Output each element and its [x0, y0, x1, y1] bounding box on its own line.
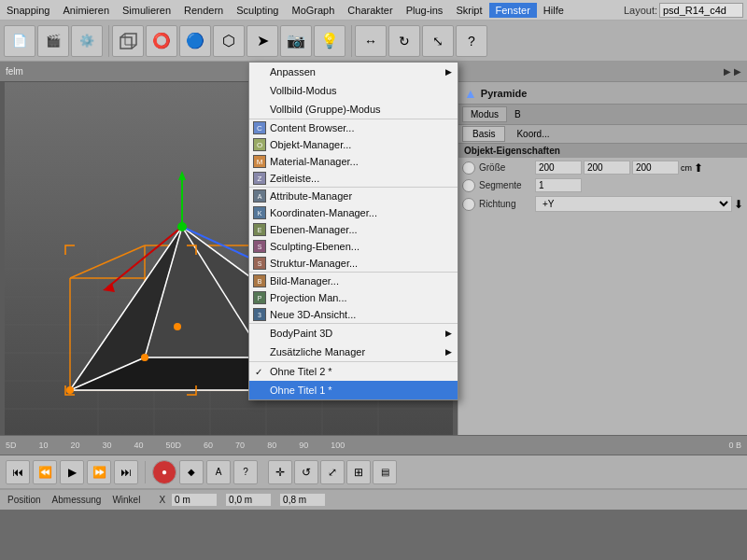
prop-size-z[interactable] — [632, 161, 679, 175]
menu-item-projection[interactable]: P Projection Man... — [249, 289, 458, 306]
tab-b[interactable]: B — [507, 107, 529, 121]
transport-btn-extra[interactable]: ▤ — [373, 460, 397, 484]
anpassen-label: Anpassen — [270, 66, 316, 77]
transport-btn-start[interactable]: ⏮ — [6, 460, 30, 484]
toolbar-btn-light[interactable]: 💡 — [314, 25, 345, 57]
panel-more-text: ▶ ▶ — [724, 66, 741, 77]
prop-seg-value[interactable] — [535, 178, 582, 192]
toolbar-btn-rotate[interactable]: ↻ — [388, 25, 420, 57]
sm-icon: S — [253, 257, 266, 270]
svg-point-40 — [66, 386, 74, 394]
prop-size-label: Größe — [479, 162, 535, 173]
transport-btn-rot2[interactable]: ↺ — [294, 460, 318, 484]
toolbar-btn-camera[interactable]: 📷 — [280, 25, 312, 57]
transport-btn-autokey[interactable]: A — [206, 460, 231, 484]
prop-dir-select[interactable]: +Y -Y +X -X +Z -Z — [535, 196, 732, 212]
position-label: Position — [7, 495, 41, 505]
viewport-label: felm — [6, 66, 23, 77]
toolbar-btn-torus[interactable]: ⭕ — [146, 25, 177, 57]
toolbar-btn-cube[interactable] — [112, 25, 144, 57]
tab-modus[interactable]: Modus — [462, 106, 507, 122]
mm-icon: M — [253, 155, 266, 168]
timeline-tick-50: 50D — [166, 441, 182, 450]
anpassen-arrow: ▶ — [445, 67, 452, 77]
zl-label: Zeitleiste... — [270, 173, 319, 184]
timeline-tick-20: 20 — [71, 441, 80, 450]
transport-bar: ⏮ ⏪ ▶ ⏩ ⏭ ● ◆ A ? ✛ ↺ ⤢ ⊞ ▤ — [0, 455, 747, 489]
menu-section-1: Anpassen ▶ Vollbild-Modus Vollbild (Grup… — [249, 63, 458, 119]
zl-icon: Z — [253, 172, 266, 185]
layout-label: Layout: — [624, 5, 659, 16]
prop-size-x[interactable] — [535, 161, 582, 175]
y-input[interactable] — [225, 493, 272, 507]
menu-item-zusatzliche[interactable]: Zusätzliche Manager ▶ — [249, 343, 458, 361]
toolbar-btn-shape[interactable]: ⬡ — [213, 25, 245, 57]
menu-item-neue3d[interactable]: 3 Neue 3D-Ansicht... — [249, 306, 458, 323]
transport-btn-play[interactable]: ▶ — [60, 460, 84, 484]
menu-item-sculpting-ebenen[interactable]: S Sculpting-Ebenen... — [249, 238, 458, 255]
transport-btn-record[interactable]: ● — [152, 460, 176, 484]
transport-btn-prev[interactable]: ⏪ — [33, 460, 57, 484]
pyramid-icon: ▲ — [464, 86, 477, 101]
vollbild-gruppe-label: Vollbild (Gruppe)-Modus — [270, 104, 381, 115]
prop-size-row: Größe cm ⬆ — [462, 161, 743, 175]
transport-btn-end[interactable]: ⏭ — [114, 460, 138, 484]
prop-size-stepper[interactable]: ⬆ — [694, 161, 703, 175]
ohne-titel-1-label: Ohne Titel 1 * — [270, 385, 332, 396]
toolbar-btn-settings[interactable]: ⚙️ — [71, 25, 103, 57]
layout-input[interactable] — [659, 3, 743, 18]
menu-item-ebenen[interactable]: E Ebenen-Manager... — [249, 221, 458, 238]
menu-item-objekt-manager[interactable]: O Objekt-Manager... — [249, 136, 458, 153]
transport-btn-help[interactable]: ? — [233, 460, 258, 484]
subtab-koord[interactable]: Koord... — [507, 127, 558, 141]
menu-rendern[interactable]: Rendern — [177, 3, 230, 18]
menu-item-vollbild[interactable]: Vollbild-Modus — [249, 81, 458, 100]
winkel-label: Winkel — [112, 495, 140, 505]
menu-mograph[interactable]: MoGraph — [285, 3, 341, 18]
menu-hilfe[interactable]: Hilfe — [537, 3, 571, 18]
z-input[interactable] — [279, 493, 326, 507]
menu-item-zeitleiste[interactable]: Z Zeitleiste... — [249, 170, 458, 187]
menu-charakter[interactable]: Charakter — [341, 3, 399, 18]
menu-item-ohne-titel-2[interactable]: ✓ Ohne Titel 2 * — [249, 362, 458, 381]
menu-item-anpassen[interactable]: Anpassen ▶ — [249, 63, 458, 81]
menu-item-ohne-titel-1[interactable]: Ohne Titel 1 * — [249, 381, 458, 399]
transport-btn-next[interactable]: ⏩ — [87, 460, 111, 484]
menu-item-content-browser[interactable]: C Content Browser... — [249, 119, 458, 136]
menu-sculpting[interactable]: Sculpting — [230, 3, 285, 18]
menu-fenster[interactable]: Fenster — [489, 3, 537, 18]
menu-plugins[interactable]: Plug-ins — [400, 3, 450, 18]
toolbar-btn-new[interactable]: 📄 — [4, 25, 35, 57]
prop-size-y[interactable] — [584, 161, 630, 175]
svg-rect-0 — [120, 37, 132, 49]
menu-item-vollbild-gruppe[interactable]: Vollbild (Gruppe)-Modus — [249, 100, 458, 119]
menu-item-bodypaint[interactable]: BodyPaint 3D ▶ — [249, 324, 458, 343]
toolbar-btn-scale[interactable]: ⤡ — [422, 25, 454, 57]
menu-item-koordinaten[interactable]: K Koordinaten-Manager... — [249, 204, 458, 221]
timeline-tick-90: 90 — [299, 441, 308, 450]
menu-skript[interactable]: Skript — [449, 3, 488, 18]
right-panel-topstrip: ▶ ▶ — [458, 62, 747, 82]
toolbar-btn-video[interactable]: 🎬 — [37, 25, 69, 57]
transport-btn-grid[interactable]: ⊞ — [346, 460, 371, 484]
km-label: Koordinaten-Manager... — [270, 207, 377, 218]
menu-item-attribute[interactable]: A Attribute-Manager — [249, 188, 458, 204]
menu-item-bild[interactable]: B Bild-Manager... — [249, 273, 458, 289]
toolbar-btn-question[interactable]: ? — [456, 25, 487, 57]
toolbar-btn-move[interactable]: ↔ — [355, 25, 387, 57]
transport-btn-keyframe[interactable]: ◆ — [179, 460, 204, 484]
toolbar-btn-sphere[interactable]: 🔵 — [179, 25, 211, 57]
x-input[interactable] — [171, 493, 218, 507]
menu-simulieren[interactable]: Simulieren — [116, 3, 177, 18]
prop-dir-arrow[interactable]: ⬇ — [734, 198, 743, 211]
prop-seg-label: Segmente — [479, 180, 535, 190]
toolbar-btn-arrow[interactable]: ➤ — [247, 25, 278, 57]
subtab-basis[interactable]: Basis — [462, 126, 505, 142]
toolbar-group-3: ↔ ↻ ⤡ ? — [355, 25, 487, 57]
menu-item-material-manager[interactable]: M Material-Manager... — [249, 153, 458, 170]
transport-btn-move2[interactable]: ✛ — [268, 460, 292, 484]
menu-animieren[interactable]: Animieren — [57, 3, 117, 18]
transport-btn-scl2[interactable]: ⤢ — [320, 460, 345, 484]
menu-item-struktur[interactable]: S Struktur-Manager... — [249, 255, 458, 272]
menu-snapping[interactable]: Snapping — [0, 3, 57, 18]
